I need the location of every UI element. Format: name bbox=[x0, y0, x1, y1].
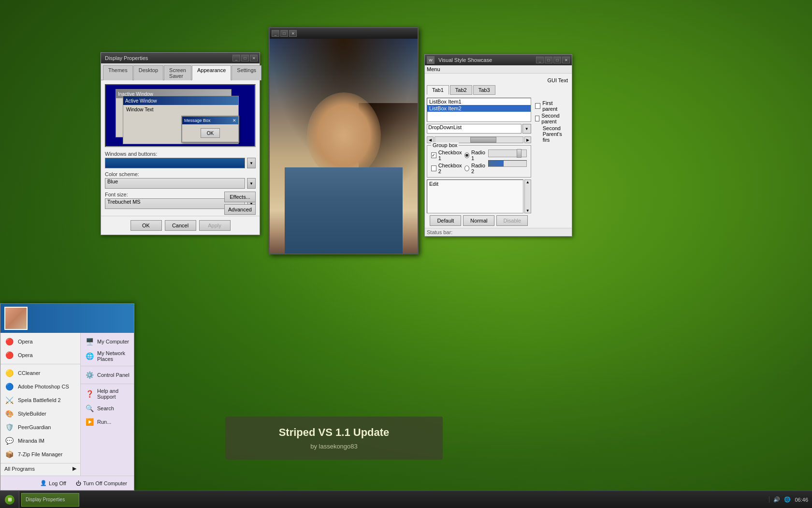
log-off-label: Log Off bbox=[49, 480, 66, 486]
preview-area: Inactive Window Active Window Window Tex… bbox=[105, 84, 256, 147]
control-panel-item[interactable]: ⚙️ Control Panel bbox=[81, 368, 134, 382]
taskbar-btn-active[interactable]: Display Properties bbox=[21, 493, 79, 507]
apply-button[interactable]: Apply bbox=[199, 220, 231, 231]
dropdown-btn[interactable]: ▼ bbox=[522, 124, 531, 134]
vs-minimize[interactable]: _ bbox=[536, 57, 544, 63]
log-off-btn[interactable]: 👤 Log Off bbox=[37, 479, 69, 487]
vs-listbox[interactable]: ListBox Item1 ListBox Item2 bbox=[427, 98, 531, 122]
start-item-miranda[interactable]: 💬 Miranda IM bbox=[0, 434, 80, 448]
vs-maximize[interactable]: □ bbox=[545, 57, 552, 63]
color-scheme-select[interactable]: Blue bbox=[105, 178, 245, 189]
checkboxes: ✓ Checkbox 1 Checkbox 2 bbox=[431, 148, 463, 174]
all-programs-row[interactable]: All Programs ▶ bbox=[0, 463, 80, 474]
normal-button[interactable]: Normal bbox=[463, 215, 494, 226]
vs-tabs: Tab1 Tab2 Tab3 bbox=[427, 85, 570, 95]
maximize-button[interactable]: □ bbox=[241, 55, 249, 61]
my-computer-label: My Computer bbox=[97, 339, 129, 344]
windows-buttons-select[interactable] bbox=[105, 158, 245, 168]
group-row: ✓ Checkbox 1 Checkbox 2 bbox=[431, 148, 527, 174]
photo-maximize[interactable]: □ bbox=[280, 30, 288, 37]
notification-subtitle: by lassekongo83 bbox=[235, 443, 433, 450]
display-props-title: Display Properties bbox=[103, 55, 232, 61]
default-button[interactable]: Default bbox=[430, 215, 461, 226]
control-panel-icon: ⚙️ bbox=[85, 370, 94, 380]
taskbar: ⊞ Display Properties 🔊 🌐 06:46 bbox=[0, 491, 812, 508]
photo-minimize[interactable]: _ bbox=[272, 30, 279, 37]
search-item[interactable]: 🔍 Search bbox=[81, 402, 134, 415]
run-icon: ▶️ bbox=[85, 417, 94, 427]
vs-close[interactable]: ✕ bbox=[562, 57, 570, 63]
scrollbar-thumb[interactable] bbox=[470, 137, 497, 143]
start-item-opera1[interactable]: 🔴 Opera bbox=[0, 335, 80, 348]
tray-icon2: 🌐 bbox=[784, 496, 791, 503]
windows-buttons-row: Windows and buttons: ▼ bbox=[105, 151, 256, 168]
scroll-right[interactable]: ▶ bbox=[524, 136, 531, 143]
run-item[interactable]: ▶️ Run... bbox=[81, 415, 134, 429]
start-item-ccleaner[interactable]: 🟡 CCleaner bbox=[0, 366, 80, 380]
ok-button[interactable]: OK bbox=[130, 220, 162, 231]
vs-tab2[interactable]: Tab2 bbox=[450, 85, 472, 95]
minimize-button[interactable]: _ bbox=[232, 55, 240, 61]
windows-buttons-dropdown-arrow[interactable]: ▼ bbox=[247, 158, 256, 168]
avatar-image bbox=[5, 308, 27, 329]
turn-off-btn[interactable]: ⏻ Turn Off Computer bbox=[73, 479, 130, 487]
photo-close[interactable]: ✕ bbox=[289, 30, 297, 37]
disable-button[interactable]: Disable bbox=[496, 215, 528, 226]
listbox-item2[interactable]: ListBox Item2 bbox=[427, 105, 531, 112]
taskbar-clock: 06:46 bbox=[795, 497, 808, 503]
edit-scroll-up[interactable]: ▲ bbox=[525, 180, 531, 184]
start-item-photoshop[interactable]: 🔵 Adobe Photoshop CS bbox=[0, 380, 80, 393]
tree-check2[interactable] bbox=[535, 116, 540, 121]
help-item[interactable]: ❓ Help and Support bbox=[81, 386, 134, 402]
start-item-peerguardian[interactable]: 🛡️ PeerGuardian bbox=[0, 420, 80, 434]
tab-screensaver[interactable]: Screen Saver bbox=[164, 65, 191, 80]
tray-icon1: 🔊 bbox=[773, 496, 780, 503]
tree-check1[interactable] bbox=[535, 103, 541, 109]
tab-settings[interactable]: Settings bbox=[232, 65, 261, 80]
start-item-battlefield[interactable]: ⚔️ Spela Battlefield 2 bbox=[0, 393, 80, 407]
vs-left-panel: ListBox Item1 ListBox Item2 DropDownList… bbox=[427, 98, 531, 226]
dropdown-select[interactable]: DropDownList bbox=[427, 124, 522, 134]
start-item-stylebuilder[interactable]: 🎨 StyleBuilder bbox=[0, 407, 80, 420]
slider-thumb[interactable] bbox=[517, 149, 522, 158]
my-computer-item[interactable]: 🖥️ My Computer bbox=[81, 335, 134, 348]
close-button[interactable]: ✕ bbox=[250, 55, 258, 61]
msgbox-close[interactable]: ✕ bbox=[232, 118, 236, 123]
tree-label2: Second parent bbox=[541, 113, 568, 124]
msgbox-ok[interactable]: OK bbox=[201, 128, 220, 138]
my-computer-icon: 🖥️ bbox=[85, 337, 94, 346]
tab-themes[interactable]: Themes bbox=[103, 65, 133, 80]
my-network-item[interactable]: 🌐 My Network Places bbox=[81, 348, 134, 364]
listbox-item1[interactable]: ListBox Item1 bbox=[427, 98, 531, 105]
edit-scrollbar[interactable]: ▲ ▼ bbox=[524, 179, 531, 213]
window-text: Window Text bbox=[123, 105, 238, 114]
vs-tab3[interactable]: Tab3 bbox=[473, 85, 495, 95]
radio2[interactable] bbox=[464, 165, 469, 171]
photo-image bbox=[270, 39, 418, 254]
edit-field[interactable]: Edit bbox=[427, 179, 523, 213]
visual-style-window: W Visual Style Showcase _ □ □ ✕ Menu GUI… bbox=[424, 54, 572, 237]
checkbox1[interactable]: ✓ bbox=[431, 152, 436, 158]
color-scheme-dropdown-arrow[interactable]: ▼ bbox=[247, 178, 256, 189]
advanced-button[interactable]: Advanced bbox=[224, 204, 256, 215]
sliders bbox=[488, 148, 527, 174]
vs-titlebar[interactable]: W Visual Style Showcase _ □ □ ✕ bbox=[425, 55, 572, 65]
start-button[interactable]: ⊞ bbox=[0, 491, 19, 508]
edit-scroll-down[interactable]: ▼ bbox=[525, 209, 531, 213]
tab-appearance[interactable]: Appearance bbox=[192, 65, 231, 80]
cancel-button[interactable]: Cancel bbox=[165, 220, 196, 231]
checkbox2[interactable] bbox=[431, 165, 436, 171]
start-item-7zip[interactable]: 📦 7-Zip File Manager bbox=[0, 448, 80, 461]
vs-tab1[interactable]: Tab1 bbox=[427, 85, 449, 95]
slider1[interactable] bbox=[488, 149, 527, 157]
radio1[interactable] bbox=[464, 152, 469, 158]
menu-item[interactable]: Menu bbox=[427, 66, 440, 72]
display-props-titlebar[interactable]: Display Properties _ □ ✕ bbox=[101, 53, 260, 63]
vs-restore[interactable]: □ bbox=[553, 57, 561, 63]
tab-desktop[interactable]: Desktop bbox=[133, 65, 163, 80]
photo-titlebar[interactable]: _ □ ✕ bbox=[270, 28, 418, 39]
photo-controls: _ □ ✕ bbox=[272, 30, 297, 37]
start-item-opera2[interactable]: 🔴 Opera bbox=[0, 348, 80, 362]
effects-button[interactable]: Effects... bbox=[224, 192, 256, 202]
search-icon: 🔍 bbox=[85, 403, 94, 413]
